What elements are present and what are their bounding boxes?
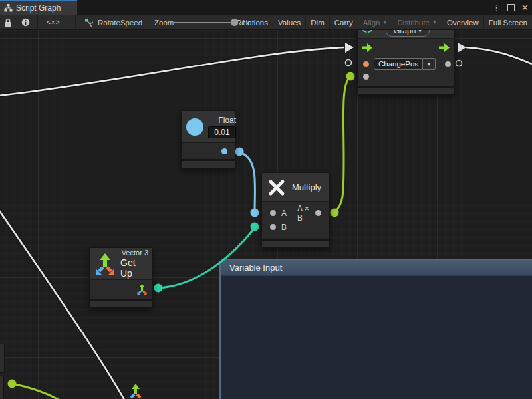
zoom-label: Zoom (154, 15, 174, 29)
node-vector3-getup[interactable]: Vector 3 Get Up (89, 247, 153, 308)
align-dropdown[interactable]: Align ▼ (358, 15, 392, 29)
port-multiply-out-connector[interactable] (331, 209, 339, 217)
info-button[interactable] (21, 15, 30, 29)
port-multiply-a-connector[interactable] (251, 209, 259, 217)
port-float-output-connector[interactable] (235, 148, 244, 156)
value-input-port-dot[interactable] (363, 74, 369, 80)
flow-output-arrow-icon[interactable] (439, 43, 450, 52)
multiply-icon (268, 179, 285, 196)
vector3-node-footer (90, 301, 152, 307)
wire-multiply-out-to-event[interactable] (334, 77, 350, 212)
fullscreen-button[interactable]: Full Screen (483, 15, 532, 29)
port-empty-right-circle[interactable] (456, 61, 462, 66)
multiply-out-port-dot[interactable] (315, 210, 321, 216)
float-output-port-dot[interactable] (221, 148, 227, 154)
chevron-down-icon: ▼ (382, 20, 387, 25)
offscreen-node-edge[interactable] (0, 344, 5, 373)
lock-icon (4, 18, 12, 27)
port-empty-left-circle[interactable] (346, 60, 352, 66)
port-control-in-triangle[interactable] (345, 43, 354, 53)
event-node-footer (358, 88, 454, 94)
wire-control-out[interactable] (466, 47, 532, 65)
wire-float-to-multiply-a[interactable] (239, 152, 255, 211)
distribute-dropdown[interactable]: Distribute ▼ (392, 15, 442, 29)
value-output-port-dot[interactable] (445, 61, 451, 67)
port-event-value-connector[interactable] (346, 72, 355, 81)
chevron-down-icon: ▼ (432, 20, 437, 25)
wire-shadow (466, 47, 532, 65)
more-menu-icon[interactable]: ⋮ (492, 3, 501, 12)
code-view-button[interactable]: <×> (47, 15, 61, 29)
port-bottom-left-connector[interactable] (8, 380, 17, 388)
variable-port-dot[interactable] (363, 61, 369, 67)
float-icon (186, 118, 203, 136)
port-getup-output-connector[interactable] (154, 284, 163, 293)
carry-button[interactable]: Carry (329, 15, 358, 29)
multiply-b-port-dot[interactable] (270, 224, 276, 230)
multiply-node-footer (262, 241, 329, 247)
multiply-a-port-dot[interactable] (270, 210, 276, 216)
dim-button[interactable]: Dim (305, 15, 329, 29)
breadcrumb-label: RotateSpeed (98, 19, 142, 27)
float-value-input[interactable] (208, 126, 236, 138)
tab-label: Script Graph (16, 3, 61, 13)
node-multiply[interactable]: Multiply A A × B B (261, 172, 330, 248)
vector3-icon (94, 252, 116, 276)
offscreen-node-edge[interactable] (0, 376, 4, 399)
port-control-out-triangle[interactable] (458, 43, 466, 53)
graph-node-icon (84, 18, 94, 27)
node-float[interactable]: Float (181, 110, 235, 168)
info-icon (21, 18, 30, 27)
lock-button[interactable] (4, 15, 12, 29)
chevron-down-icon[interactable]: ▼ (423, 58, 436, 70)
zoom-slider-track[interactable] (174, 22, 235, 23)
node-event-changepos[interactable]: <> Graph ▾ ChangePos ▼ (357, 20, 454, 95)
flow-input-arrow-icon[interactable] (362, 43, 372, 52)
wire-getup-to-multiply-b[interactable] (158, 229, 254, 288)
float-node-footer (182, 161, 235, 168)
breadcrumb[interactable]: RotateSpeed (84, 15, 142, 29)
overview-button[interactable]: Overview (442, 15, 483, 29)
vector3-output-port-icon[interactable] (136, 283, 148, 295)
vector3-port-icon-bottom[interactable] (131, 384, 140, 398)
close-icon[interactable]: ✕ (521, 3, 529, 12)
port-multiply-b-connector[interactable] (251, 223, 259, 231)
values-button[interactable]: Values (273, 15, 305, 29)
multiply-title: Multiply (292, 182, 321, 192)
wire-bottom-green[interactable] (12, 384, 60, 399)
float-title: Float (218, 116, 236, 125)
script-graph-icon (4, 4, 13, 12)
tab-bar: Script Graph ⋮ ✕ (0, 0, 532, 15)
control-flow-row (358, 39, 454, 57)
unity-script-graph-window: Variable Input (0, 0, 532, 399)
maximize-icon[interactable] (507, 4, 515, 11)
code-icon: <×> (47, 19, 61, 26)
relations-button[interactable]: Relations (231, 15, 273, 29)
tab-script-graph[interactable]: Script Graph (0, 0, 77, 15)
graph-toolbar: <×> RotateSpeed Zoom 1x Relations Values… (0, 15, 532, 30)
changepos-dropdown[interactable]: ChangePos ▼ (374, 58, 436, 70)
